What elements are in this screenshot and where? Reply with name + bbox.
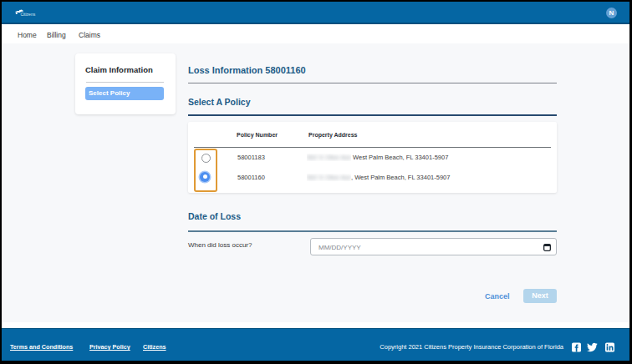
- svg-text:Citizens: Citizens: [20, 12, 35, 17]
